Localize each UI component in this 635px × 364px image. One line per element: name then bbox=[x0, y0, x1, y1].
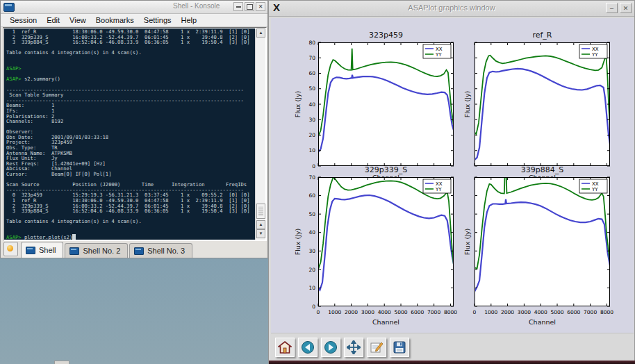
minimize-button[interactable]: – bbox=[606, 3, 618, 13]
asaplot-titlebar[interactable]: X ASAPlot graphics window – ✕ bbox=[269, 1, 634, 17]
tab-label: Shell No. 2 bbox=[83, 247, 120, 255]
close-button[interactable]: ✕ bbox=[620, 3, 632, 13]
plot-ylabel: Flux (Jy) bbox=[463, 91, 471, 118]
terminal-tab-icon bbox=[69, 247, 79, 255]
home-icon bbox=[278, 340, 292, 354]
pan-move-icon bbox=[347, 340, 361, 354]
plot-ylabel: Flux (Jy) bbox=[463, 229, 471, 256]
svg-text:70: 70 bbox=[308, 55, 315, 61]
svg-text:5000: 5000 bbox=[394, 309, 407, 315]
maximize-icon bbox=[247, 4, 253, 10]
terminal-scrollbar[interactable]: ▲ ▲ ▼ bbox=[255, 28, 265, 240]
svg-text:20: 20 bbox=[308, 132, 315, 138]
menu-item-session[interactable]: Session bbox=[5, 16, 42, 24]
close-button[interactable]: ✕ bbox=[256, 2, 265, 11]
forward-arrow-icon bbox=[324, 340, 338, 354]
svg-text:7000: 7000 bbox=[584, 309, 597, 315]
plot-title: ref_R bbox=[532, 31, 552, 40]
svg-text:0: 0 bbox=[312, 304, 315, 310]
konsole-menubar: SessionEditViewBookmarksSettingsHelp bbox=[1, 14, 267, 27]
plot-title: 323p459 bbox=[369, 31, 403, 40]
terminal-tab-icon bbox=[134, 247, 144, 255]
scroll-up-button-2[interactable]: ▲ bbox=[256, 220, 265, 229]
svg-text:60: 60 bbox=[308, 70, 315, 76]
subplot-config-button[interactable] bbox=[367, 338, 386, 357]
svg-text:1000: 1000 bbox=[484, 309, 497, 315]
tab-label: Shell bbox=[39, 246, 56, 254]
menu-item-view[interactable]: View bbox=[65, 16, 91, 24]
svg-text:XX: XX bbox=[592, 181, 599, 187]
menu-item-help[interactable]: Help bbox=[176, 16, 202, 24]
scrollbar-thumb[interactable] bbox=[256, 204, 265, 219]
screen-edge-strip bbox=[269, 361, 635, 364]
svg-text:YY: YY bbox=[591, 52, 598, 58]
maximize-button[interactable] bbox=[245, 2, 254, 11]
konsole-window: Shell - Konsole ✕ SessionEditViewBookmar… bbox=[0, 0, 268, 258]
plot-toolbar bbox=[271, 333, 634, 361]
home-button[interactable] bbox=[275, 338, 295, 357]
plot-title: 329p339_S bbox=[365, 165, 407, 174]
tab-shell[interactable]: Shell bbox=[21, 242, 63, 258]
save-button[interactable] bbox=[390, 338, 409, 357]
new-session-icon bbox=[7, 245, 13, 251]
tab-shell-no-2[interactable]: Shell No. 2 bbox=[65, 243, 128, 258]
svg-text:2000: 2000 bbox=[345, 309, 358, 315]
plot-xlabel: Channel bbox=[372, 318, 399, 326]
svg-text:0: 0 bbox=[312, 163, 315, 169]
svg-text:30: 30 bbox=[308, 117, 315, 123]
scroll-up-button[interactable]: ▲ bbox=[256, 28, 265, 38]
plot-ylabel: Flux (Jy) bbox=[294, 229, 302, 256]
back-button[interactable] bbox=[298, 338, 318, 357]
menu-item-edit[interactable]: Edit bbox=[42, 16, 65, 24]
svg-text:70: 70 bbox=[308, 174, 315, 181]
menu-item-bookmarks[interactable]: Bookmarks bbox=[91, 16, 139, 24]
svg-text:7000: 7000 bbox=[427, 309, 440, 315]
svg-text:XX: XX bbox=[436, 181, 443, 187]
forward-button[interactable] bbox=[321, 338, 340, 357]
asaplot-window-title: ASAPlot graphics window bbox=[269, 3, 634, 12]
tab-label: Shell No. 3 bbox=[147, 247, 185, 255]
konsole-tabbar: ShellShell No. 2Shell No. 3 bbox=[1, 241, 267, 258]
svg-text:4000: 4000 bbox=[378, 309, 391, 315]
svg-text:60: 60 bbox=[308, 192, 315, 199]
svg-text:2000: 2000 bbox=[501, 309, 514, 315]
svg-text:10: 10 bbox=[308, 147, 315, 154]
close-icon: ✕ bbox=[258, 3, 263, 10]
terminal-output[interactable]: 1 ref_R 18:30:06.0 -49.59.30.0 04:47:58 … bbox=[4, 28, 255, 240]
konsole-window-title: Shell - Konsole bbox=[173, 2, 220, 10]
svg-text:30: 30 bbox=[308, 248, 315, 254]
plot-figure: 01020304050607080323p459ChannelFlux (Jy)… bbox=[271, 18, 634, 333]
svg-text:50: 50 bbox=[308, 85, 315, 92]
back-arrow-icon bbox=[301, 340, 315, 354]
konsole-app-icon bbox=[3, 3, 15, 12]
svg-text:80: 80 bbox=[308, 40, 315, 46]
svg-text:0: 0 bbox=[473, 309, 477, 315]
svg-text:YY: YY bbox=[435, 52, 442, 58]
svg-text:5000: 5000 bbox=[550, 309, 563, 315]
svg-text:20: 20 bbox=[308, 267, 315, 273]
tab-shell-no-3[interactable]: Shell No. 3 bbox=[129, 243, 192, 258]
scroll-down-button[interactable]: ▼ bbox=[256, 229, 265, 238]
svg-text:YY: YY bbox=[591, 187, 598, 192]
svg-text:YY: YY bbox=[435, 187, 442, 192]
svg-text:40: 40 bbox=[308, 101, 315, 108]
svg-text:6000: 6000 bbox=[567, 309, 580, 315]
figure-canvas: 01020304050607080323p459ChannelFlux (Jy)… bbox=[271, 18, 634, 333]
new-session-button[interactable] bbox=[3, 242, 18, 256]
menu-item-settings[interactable]: Settings bbox=[139, 16, 176, 24]
minimize-button[interactable] bbox=[233, 2, 243, 11]
asaplot-window: X ASAPlot graphics window – ✕ 0102030405… bbox=[268, 0, 635, 364]
svg-text:6000: 6000 bbox=[411, 309, 424, 315]
svg-text:0: 0 bbox=[317, 309, 320, 315]
svg-text:3000: 3000 bbox=[361, 309, 374, 315]
svg-text:8000: 8000 bbox=[600, 309, 613, 315]
plot-xlabel: Channel bbox=[529, 318, 556, 326]
terminal-tab-icon bbox=[26, 247, 35, 254]
svg-text:XX: XX bbox=[436, 47, 443, 52]
taskbar-hint bbox=[54, 361, 69, 364]
svg-text:10: 10 bbox=[308, 285, 315, 291]
svg-text:40: 40 bbox=[308, 229, 315, 235]
konsole-titlebar[interactable]: Shell - Konsole ✕ bbox=[1, 1, 267, 14]
pan-button[interactable] bbox=[344, 338, 363, 357]
svg-text:8000: 8000 bbox=[444, 309, 457, 315]
